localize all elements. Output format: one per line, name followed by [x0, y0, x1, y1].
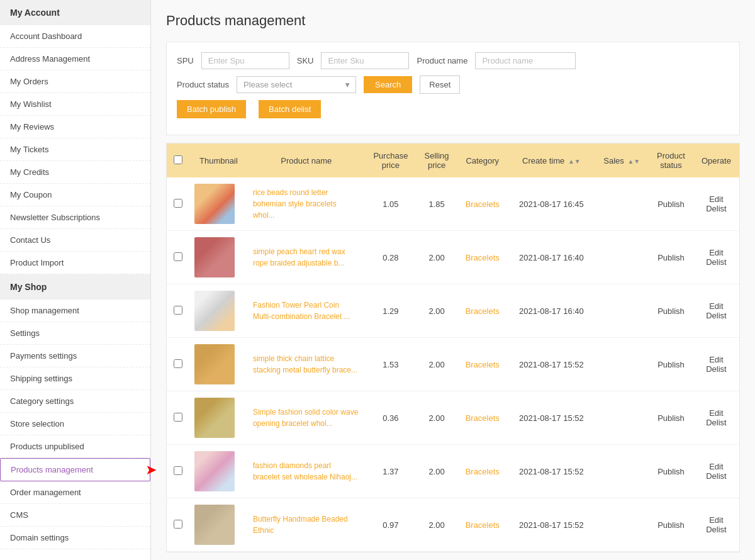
search-button[interactable]: Search: [364, 76, 412, 93]
sidebar-item-category-settings[interactable]: Category settings: [0, 390, 150, 413]
col-sales: Sales ▲▼: [595, 143, 649, 177]
col-operate: Operate: [693, 143, 739, 177]
delist-link-2[interactable]: Delist: [698, 311, 734, 320]
delist-link-5[interactable]: Delist: [698, 471, 734, 481]
sidebar-item-my-tickets[interactable]: My Tickets: [0, 138, 150, 161]
purchase-price-0: 1.05: [365, 177, 417, 231]
delist-link-4[interactable]: Delist: [698, 418, 734, 427]
product-thumbnail-2: [194, 291, 235, 331]
purchase-price-4: 0.36: [365, 391, 417, 445]
batch-delist-button[interactable]: Batch delist: [259, 100, 321, 118]
reset-button[interactable]: Reset: [420, 76, 460, 94]
selling-price-3: 2.00: [417, 338, 457, 391]
product-name-link-6[interactable]: Butterfly Handmade Beaded Ethnic: [253, 513, 360, 536]
purchase-price-6: 0.97: [365, 498, 417, 552]
spu-input[interactable]: [201, 52, 289, 69]
row-checkbox-4[interactable]: [174, 413, 182, 422]
sales-4: [595, 391, 649, 445]
sidebar-item-products-unpublished[interactable]: Products unpublised: [0, 435, 150, 458]
product-name-link-5[interactable]: fashion diamonds pearl bracelet set whol…: [253, 460, 360, 483]
row-checkbox-1[interactable]: [174, 252, 182, 261]
sku-label: SKU: [297, 56, 314, 65]
category-link-6[interactable]: Bracelets: [466, 520, 500, 530]
category-link-3[interactable]: Bracelets: [466, 360, 500, 369]
sales-1: [595, 231, 649, 284]
sidebar-item-account-dashboard[interactable]: Account Dashboard: [0, 25, 150, 48]
edit-link-0[interactable]: Edit: [698, 194, 734, 204]
sidebar-item-contact-us[interactable]: Contact Us: [0, 229, 150, 252]
product-name-link-0[interactable]: rice beads round letter bohemian style b…: [253, 187, 360, 221]
category-link-1[interactable]: Bracelets: [466, 253, 500, 262]
category-link-0[interactable]: Bracelets: [466, 199, 500, 209]
category-link-4[interactable]: Bracelets: [466, 413, 500, 423]
product-status-0: Publish: [649, 177, 693, 231]
row-checkbox-2[interactable]: [174, 306, 182, 315]
row-checkbox-5[interactable]: [174, 466, 182, 475]
col-product-name: Product name: [248, 143, 365, 177]
selling-price-4: 2.00: [417, 391, 457, 445]
delist-link-1[interactable]: Delist: [698, 257, 734, 267]
filter-bar: SPU SKU Product name Product status Plea…: [166, 42, 740, 135]
status-select[interactable]: Please select Publish Delist: [237, 76, 356, 93]
sidebar-item-settings[interactable]: Settings: [0, 322, 150, 345]
delist-link-3[interactable]: Delist: [698, 364, 734, 374]
sidebar-item-order-management[interactable]: Order management: [0, 481, 150, 504]
edit-link-6[interactable]: Edit: [698, 515, 734, 525]
sidebar-item-product-import[interactable]: Product Import: [0, 252, 150, 274]
delist-link-6[interactable]: Delist: [698, 525, 734, 534]
product-name-label: Product name: [417, 56, 467, 65]
spu-label: SPU: [177, 56, 194, 65]
edit-link-3[interactable]: Edit: [698, 355, 734, 364]
col-thumbnail: Thumbnail: [189, 143, 248, 177]
create-time-sort-icon[interactable]: ▲▼: [568, 158, 581, 165]
sidebar-item-address-management[interactable]: Address Management: [0, 48, 150, 70]
products-table: Thumbnail Product name Purchaseprice Sel…: [167, 143, 739, 552]
category-link-2[interactable]: Bracelets: [466, 306, 500, 316]
create-time-6: 2021-08-17 15:52: [508, 498, 595, 552]
create-time-0: 2021-08-17 16:45: [508, 177, 595, 231]
category-link-5[interactable]: Bracelets: [466, 467, 500, 476]
table-row: simple thick chain lattice stacking meta…: [167, 338, 739, 391]
edit-link-4[interactable]: Edit: [698, 408, 734, 418]
purchase-price-3: 1.53: [365, 338, 417, 391]
sidebar-item-domain-settings[interactable]: Domain settings: [0, 527, 150, 549]
product-name-input[interactable]: [475, 52, 576, 69]
sidebar-item-newsletter-subscriptions[interactable]: Newsletter Subscriptions: [0, 206, 150, 229]
sidebar-item-my-coupon[interactable]: My Coupon: [0, 184, 150, 206]
product-name-link-2[interactable]: Fashion Tower Pearl Coin Multi-combinati…: [253, 300, 360, 322]
product-thumbnail-6: [194, 505, 235, 545]
sidebar-item-my-wishlist[interactable]: My Wishlist: [0, 93, 150, 116]
row-checkbox-3[interactable]: [174, 359, 182, 368]
sidebar-item-my-orders[interactable]: My Orders: [0, 70, 150, 93]
row-checkbox-6[interactable]: [174, 520, 182, 529]
sidebar-item-shop-management[interactable]: Shop management: [0, 300, 150, 322]
sidebar-item-payments-settings[interactable]: Payments settings: [0, 345, 150, 367]
create-time-5: 2021-08-17 15:52: [508, 445, 595, 498]
sidebar-item-shipping-settings[interactable]: Shipping settings: [0, 367, 150, 390]
row-checkbox-0[interactable]: [174, 199, 182, 208]
batch-publish-button[interactable]: Batch publish: [177, 100, 246, 118]
sidebar-item-products-management[interactable]: Products management: [0, 458, 150, 481]
edit-link-1[interactable]: Edit: [698, 248, 734, 257]
sku-input[interactable]: [321, 52, 409, 69]
product-name-link-1[interactable]: simple peach heart red wax rope braided …: [253, 246, 360, 269]
sidebar-item-my-credits[interactable]: My Credits: [0, 161, 150, 184]
delist-link-0[interactable]: Delist: [698, 204, 734, 213]
product-thumbnail-3: [194, 344, 235, 384]
col-category: Category: [457, 143, 508, 177]
sales-0: [595, 177, 649, 231]
sidebar-item-my-reviews[interactable]: My Reviews: [0, 116, 150, 138]
product-name-link-4[interactable]: Simple fashion solid color wave opening …: [253, 406, 360, 429]
select-all-checkbox[interactable]: [174, 155, 182, 164]
create-time-3: 2021-08-17 15:52: [508, 338, 595, 391]
sales-sort-icon[interactable]: ▲▼: [627, 158, 640, 165]
edit-link-2[interactable]: Edit: [698, 301, 734, 311]
selling-price-5: 2.00: [417, 445, 457, 498]
product-name-link-3[interactable]: simple thick chain lattice stacking meta…: [253, 353, 360, 376]
edit-link-5[interactable]: Edit: [698, 462, 734, 471]
sales-5: [595, 445, 649, 498]
my-shop-header: My Shop: [0, 274, 150, 300]
product-thumbnail-4: [194, 398, 235, 438]
sidebar-item-cms[interactable]: CMS: [0, 504, 150, 527]
sidebar-item-store-selection[interactable]: Store selection: [0, 413, 150, 435]
